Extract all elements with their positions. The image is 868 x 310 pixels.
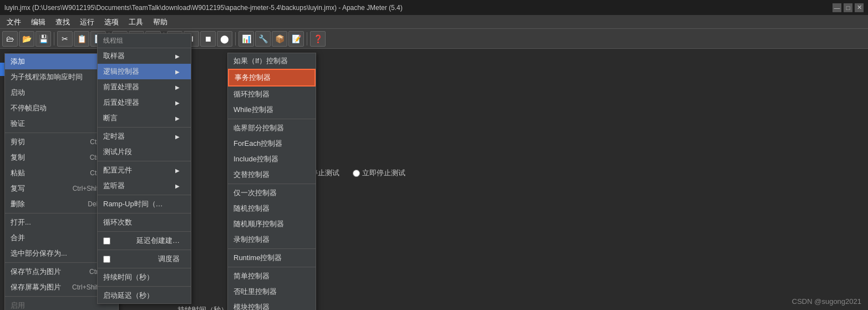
- menu-rampup[interactable]: Ramp-Up时间（…: [98, 196, 191, 212]
- maximize-button[interactable]: □: [844, 3, 852, 12]
- menu-cut-label: 剪切: [11, 137, 25, 147]
- sampler-arrow: ▶: [175, 53, 180, 59]
- sep-l4: [228, 267, 316, 267]
- menu-record-controller-label: 录制控制器: [234, 235, 270, 245]
- toolbar-cut[interactable]: ✂: [57, 31, 73, 47]
- minimize-button[interactable]: —: [833, 3, 841, 12]
- menu-help[interactable]: 帮助: [149, 16, 172, 28]
- menu-runtime-controller-label: Runtime控制器: [234, 253, 282, 263]
- menu-logic-controller[interactable]: 逻辑控制器 ▶: [98, 64, 191, 79]
- toolbar-stop[interactable]: ⏹: [200, 31, 216, 47]
- menu-test-fragment[interactable]: 测试片段: [98, 144, 191, 160]
- toolbar-new[interactable]: 🗁: [2, 31, 18, 47]
- menu-listener[interactable]: 监听器 ▶: [98, 178, 191, 194]
- menu-timer[interactable]: 定时器 ▶: [98, 129, 191, 144]
- menu-start-no-pause-label: 不停帧启动: [11, 103, 47, 113]
- menu-runtime-controller[interactable]: Runtime控制器: [228, 250, 316, 266]
- toolbar-settings[interactable]: 🔧: [255, 31, 271, 47]
- menu-file[interactable]: 文件: [2, 16, 26, 28]
- menu-loop-count-label: 循环次数: [103, 217, 132, 227]
- toolbar-copy[interactable]: 📋: [74, 31, 89, 47]
- menu-edit[interactable]: 编辑: [27, 16, 50, 28]
- menu-timer-label: 定时器: [103, 131, 125, 141]
- menu-once-only-controller[interactable]: 仅一次控制器: [228, 185, 316, 201]
- menu-config-element[interactable]: 配置元件 ▶: [98, 162, 191, 178]
- menu-simple-controller[interactable]: 简单控制器: [228, 268, 316, 284]
- menu-save-selection-label: 选中部分保存为...: [11, 248, 67, 258]
- toolbar-sep1: [54, 32, 54, 45]
- menu-duration-secs-label: 持续时间（秒）: [103, 272, 154, 282]
- toolbar-open[interactable]: 📂: [19, 31, 34, 47]
- toolbar-chart[interactable]: 📊: [238, 31, 254, 47]
- menu-run[interactable]: 运行: [75, 16, 99, 28]
- menu-assertion[interactable]: 断言 ▶: [98, 110, 191, 126]
- menu-start-label: 启动: [11, 88, 25, 98]
- menu-simple-controller-label: 简单控制器: [234, 271, 270, 281]
- menu-random-order-controller[interactable]: 随机顺序控制器: [228, 216, 316, 232]
- menu-transaction-controller[interactable]: 事务控制器: [228, 69, 316, 87]
- menu-bar: 文件 编辑 查找 运行 选项 工具 帮助: [0, 16, 868, 29]
- menu-interleave-controller[interactable]: 交替控制器: [228, 167, 316, 182]
- menu-duplicate-label: 复写: [11, 184, 25, 194]
- duration-label: 持续时间（秒）: [177, 305, 228, 311]
- radio-stop-immediate[interactable]: 立即停止测试: [353, 168, 405, 178]
- menu-startup-delay-secs-label: 启动延迟（秒）: [103, 291, 154, 301]
- toolbar-save[interactable]: 💾: [35, 31, 51, 47]
- sep-l2: [228, 184, 316, 184]
- scheduler-menu-checkbox[interactable]: [103, 256, 110, 263]
- menu-duration-secs[interactable]: 持续时间（秒）: [98, 270, 191, 285]
- menu-scheduler[interactable]: 调度器: [98, 251, 191, 267]
- menu-find[interactable]: 查找: [51, 16, 74, 28]
- menu-open-label: 打开...: [11, 217, 31, 227]
- menu-sampler[interactable]: 取样器 ▶: [98, 48, 191, 64]
- title-bar: luyin.jmx (D:\Users\W9012195\Documents\T…: [0, 0, 868, 16]
- menu-include-controller-label: Include控制器: [234, 154, 278, 164]
- sep-l3: [228, 248, 316, 249]
- menu-tools[interactable]: 工具: [124, 16, 148, 28]
- menu-loop-count[interactable]: 循环次数: [98, 215, 191, 230]
- menu-random-controller-label: 随机控制器: [234, 204, 270, 214]
- config-arrow: ▶: [175, 167, 180, 174]
- menu-record-controller[interactable]: 录制控制器: [228, 232, 316, 247]
- sep-m8: [98, 286, 191, 287]
- toolbar-circle[interactable]: ⬤: [217, 31, 232, 47]
- menu-critical-section[interactable]: 临界部分控制器: [228, 120, 316, 136]
- menu-scheduler-label: 调度器: [158, 254, 180, 264]
- menu-foreach-controller[interactable]: ForEach控制器: [228, 136, 316, 151]
- toolbar-help[interactable]: ❓: [310, 31, 326, 47]
- menu-delayed-create[interactable]: 延迟创建建…: [98, 233, 191, 248]
- content-panel: 线程组 停止线程 停止测试 立即停止测试 Same user 延迟创建建…: [111, 49, 868, 310]
- menu-save-node-image-label: 保存节点为图片: [11, 267, 61, 277]
- menu-startup-delay-secs[interactable]: 启动延迟（秒）: [98, 288, 191, 303]
- close-button[interactable]: ✕: [855, 3, 864, 12]
- menu-add-response-time-label: 为子线程添加响应时间: [11, 72, 83, 82]
- menu-pre-processor[interactable]: 前置处理器 ▶: [98, 79, 191, 95]
- menu-save-screen-label: 保存屏幕为图片: [11, 282, 61, 292]
- menu-options[interactable]: 选项: [100, 16, 123, 28]
- window-controls: — □ ✕: [833, 3, 864, 12]
- menu-validate-label: 验证: [11, 119, 25, 129]
- menu-module-controller[interactable]: 模块控制器: [228, 299, 316, 310]
- menu-if-controller[interactable]: 如果（If）控制器: [228, 53, 316, 69]
- sep-m6: [98, 250, 191, 250]
- menu-test-fragment-label: 测试片段: [103, 147, 132, 157]
- sep-m1: [98, 127, 191, 128]
- watermark: CSDN @sugong2021: [792, 297, 861, 306]
- toolbar-note[interactable]: 📝: [288, 31, 304, 47]
- menu-random-order-controller-label: 随机顺序控制器: [234, 219, 284, 229]
- menu-interleave-controller-label: 交替控制器: [234, 170, 270, 180]
- sep-m3: [98, 195, 191, 195]
- menu-throughput-controller[interactable]: 否吐里控制器: [228, 284, 316, 299]
- toolbar-package[interactable]: 📦: [272, 31, 287, 47]
- menu-loop-controller[interactable]: 循环控制器: [228, 87, 316, 102]
- sep-m2: [98, 161, 191, 161]
- menu-while-controller-label: While控制器: [234, 105, 273, 115]
- menu-include-controller[interactable]: Include控制器: [228, 151, 316, 167]
- sep-l1: [228, 119, 316, 119]
- delayed-create-checkbox[interactable]: [103, 237, 110, 245]
- menu-post-processor[interactable]: 后置处理器 ▶: [98, 95, 191, 110]
- menu-random-controller[interactable]: 随机控制器: [228, 201, 316, 216]
- menu-while-controller[interactable]: While控制器: [228, 102, 316, 118]
- menu-post-processor-label: 后置处理器: [103, 98, 139, 108]
- menu-transaction-controller-label: 事务控制器: [235, 73, 271, 83]
